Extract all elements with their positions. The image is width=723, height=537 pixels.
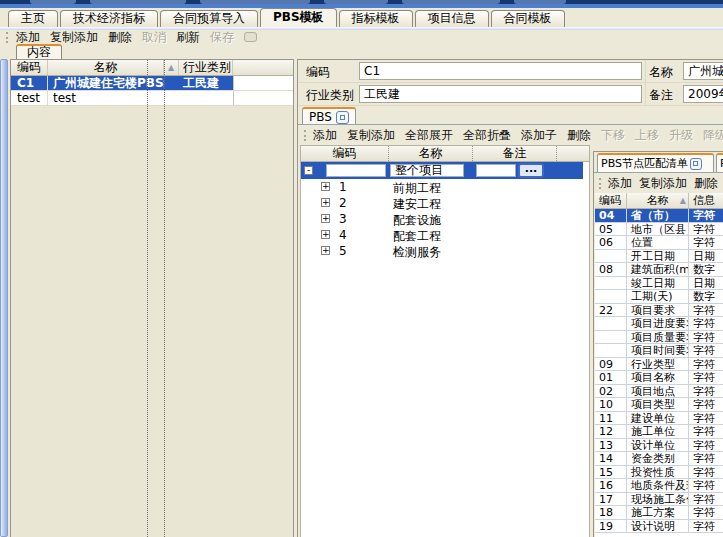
cell-type: 字符 bbox=[689, 331, 723, 345]
column-header-code[interactable]: 编码 bbox=[595, 193, 627, 208]
name-field[interactable]: 广州城建住宅楼PBS结构模板 bbox=[683, 62, 723, 80]
table-row[interactable]: 05 地市（区县） 字符 bbox=[595, 223, 723, 237]
table-row[interactable]: 18 施工方案 字符 bbox=[595, 506, 723, 520]
tab-partial[interactable]: P bbox=[716, 153, 723, 172]
toolbar-button[interactable]: 复制添加 bbox=[347, 127, 395, 144]
table-row[interactable]: 项目质量要求 字符 bbox=[595, 331, 723, 345]
industry-field[interactable]: 工民建 bbox=[359, 85, 642, 103]
table-row[interactable]: test test bbox=[11, 91, 293, 106]
table-row[interactable]: 09 行业类型 字符 bbox=[595, 358, 723, 372]
toolbar-grip-handle[interactable] bbox=[599, 178, 601, 189]
table-row[interactable]: 08 建筑面积(m2) 数字 bbox=[595, 263, 723, 277]
toolbar-button[interactable]: 全部展开 bbox=[405, 127, 453, 144]
column-header-code[interactable]: 编码 bbox=[301, 146, 389, 161]
column-header-industry[interactable]: 行业类别 bbox=[179, 60, 233, 75]
table-row[interactable]: 22 项目要求 字符 bbox=[595, 304, 723, 318]
popout-icon[interactable] bbox=[690, 158, 702, 170]
main-tab[interactable]: PBS模板 bbox=[260, 8, 337, 27]
table-row[interactable]: 项目时间要求 字符 bbox=[595, 344, 723, 358]
expand-icon[interactable]: + bbox=[321, 198, 330, 207]
table-row[interactable]: 竣工日期 日期 bbox=[595, 277, 723, 291]
left-splitter-bar[interactable] bbox=[0, 59, 8, 537]
ellipsis-button[interactable]: ... bbox=[518, 163, 544, 178]
table-row[interactable]: 14 资金类别 字符 bbox=[595, 452, 723, 466]
titlebar-fragment bbox=[514, 0, 566, 4]
toolbar-button[interactable]: 复制添加 bbox=[639, 175, 687, 192]
column-header-info[interactable]: 信息 bbox=[689, 193, 723, 208]
column-header-note[interactable]: 备注 bbox=[473, 146, 557, 161]
column-header-name[interactable]: 名称 ▲ bbox=[627, 193, 689, 208]
cell-name: 位置 bbox=[627, 236, 689, 250]
table-row[interactable]: 12 施工单位 字符 bbox=[595, 425, 723, 439]
table-row[interactable]: 01 项目名称 字符 bbox=[595, 371, 723, 385]
table-row[interactable]: 开工日期 日期 bbox=[595, 250, 723, 264]
toolbar-button[interactable]: 降级 bbox=[703, 127, 723, 144]
cell-type: 字符 bbox=[689, 209, 723, 223]
toolbar-button[interactable]: 保存 bbox=[210, 29, 234, 46]
tree-row[interactable]: + 5 检测服务 bbox=[301, 243, 589, 259]
table-row[interactable]: 工期(天) 数字 bbox=[595, 290, 723, 304]
table-row[interactable]: 10 项目类型 字符 bbox=[595, 398, 723, 412]
toolbar-button[interactable]: 取消 bbox=[142, 29, 166, 46]
cell-type: 字符 bbox=[689, 493, 723, 507]
toolbar-grip-handle[interactable] bbox=[304, 130, 306, 141]
main-tab[interactable]: 技术经济指标 bbox=[60, 10, 158, 27]
column-header-code[interactable]: 编码 bbox=[11, 60, 48, 75]
expand-icon[interactable]: + bbox=[321, 230, 330, 239]
table-row[interactable]: 17 现场施工条件 字符 bbox=[595, 493, 723, 507]
note-edit-box[interactable] bbox=[476, 164, 516, 177]
toolbar-button[interactable]: 添加 bbox=[313, 127, 337, 144]
tree-row[interactable]: + 2 建安工程 bbox=[301, 195, 589, 211]
tab-pbs[interactable]: PBS bbox=[302, 107, 356, 125]
toolbar-button[interactable]: 下移 bbox=[601, 127, 625, 144]
table-row[interactable]: 项目进度要求 字符 bbox=[595, 317, 723, 331]
expand-icon[interactable]: + bbox=[321, 214, 330, 223]
toolbar-button[interactable]: 升级 bbox=[669, 127, 693, 144]
toolbar-button[interactable]: 全部折叠 bbox=[463, 127, 511, 144]
table-row[interactable]: 15 投资性质 字符 bbox=[595, 466, 723, 480]
main-tab[interactable]: 指标模板 bbox=[339, 10, 413, 27]
note-field[interactable]: 2009年8 bbox=[683, 85, 723, 103]
code-edit-box[interactable] bbox=[326, 164, 386, 177]
table-row[interactable]: C1 广州城建住宅楼PBS结构模板 工民建 bbox=[11, 76, 293, 91]
toolbar-button[interactable]: 刷新 bbox=[176, 29, 200, 46]
name-edit-box[interactable]: 整个项目 bbox=[390, 164, 464, 177]
table-row[interactable]: 04 省（市） 字符 bbox=[595, 209, 723, 223]
expand-icon[interactable]: + bbox=[321, 182, 330, 191]
main-tab[interactable]: 主页 bbox=[8, 10, 58, 27]
popout-icon[interactable] bbox=[336, 111, 349, 124]
table-row[interactable]: 13 设计单位 字符 bbox=[595, 439, 723, 453]
toolbar-overflow-button[interactable] bbox=[244, 32, 257, 42]
toolbar-grip-handle[interactable] bbox=[6, 32, 9, 43]
toolbar-button[interactable]: 删除 bbox=[108, 29, 132, 46]
tree-row[interactable]: + 1 前期工程 bbox=[301, 179, 589, 195]
code-field[interactable]: C1 bbox=[359, 62, 642, 80]
match-tab-divider bbox=[594, 172, 723, 173]
expand-icon[interactable]: + bbox=[321, 246, 330, 255]
toolbar-button[interactable]: 复制添加 bbox=[50, 29, 98, 46]
table-row[interactable]: 02 项目地点 字符 bbox=[595, 385, 723, 399]
toolbar-button[interactable]: 添加 bbox=[16, 29, 40, 46]
toolbar-button[interactable]: 上移 bbox=[635, 127, 659, 144]
toolbar-button[interactable]: 添加 bbox=[608, 175, 632, 192]
toolbar-button[interactable]: 删除 bbox=[694, 175, 718, 192]
tree-edit-row[interactable]: - 整个项目 ... bbox=[301, 162, 589, 179]
toolbar-button[interactable]: 删除 bbox=[567, 127, 591, 144]
cell-filler bbox=[233, 76, 293, 90]
table-row[interactable]: 11 建设单位 字符 bbox=[595, 412, 723, 426]
main-tab[interactable]: 合同预算导入 bbox=[160, 10, 258, 27]
table-row[interactable]: 06 位置 字符 bbox=[595, 236, 723, 250]
tab-pbs-match-list[interactable]: PBS节点匹配清单 bbox=[597, 153, 714, 172]
tab-content[interactable]: 内容 bbox=[16, 44, 62, 59]
toolbar-button[interactable]: 添加子 bbox=[521, 127, 557, 144]
tree-row[interactable]: + 3 配套设施 bbox=[301, 211, 589, 227]
column-header-name[interactable]: 名称 bbox=[389, 146, 473, 161]
main-tab[interactable]: 项目信息 bbox=[415, 10, 489, 27]
table-row[interactable]: 16 地质条件及环境 字符 bbox=[595, 479, 723, 493]
match-table-body: 04 省（市） 字符 05 地市（区县） 字符 06 位置 字符 bbox=[595, 209, 723, 533]
main-tab[interactable]: 合同模板 bbox=[491, 10, 565, 27]
table-row[interactable]: 19 设计说明 字符 bbox=[595, 520, 723, 534]
cell-industry: 工民建 bbox=[179, 76, 233, 90]
collapse-icon[interactable]: - bbox=[304, 166, 313, 175]
tree-row[interactable]: + 4 配套工程 bbox=[301, 227, 589, 243]
